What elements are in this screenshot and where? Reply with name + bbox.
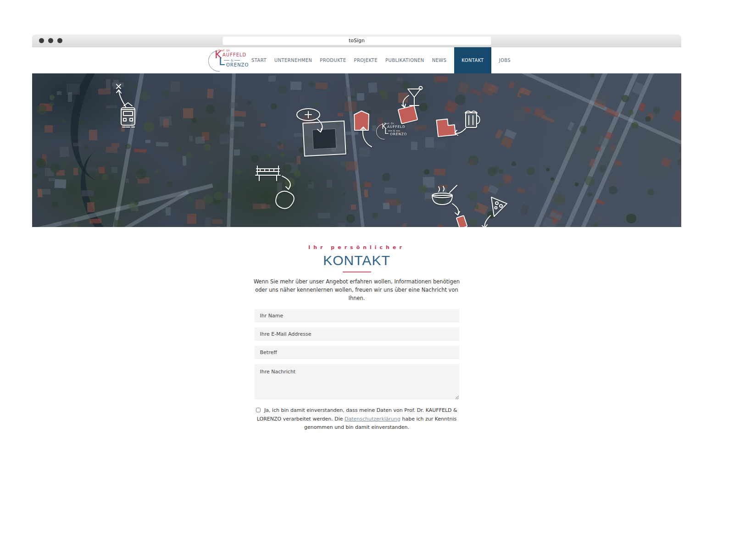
intro-text: Wenn Sie mehr über unser Angebot erfahre… — [247, 278, 467, 302]
logo-lorenzo: ORENZO — [226, 62, 249, 67]
name-input[interactable] — [255, 309, 459, 322]
page-title: KONTAKT — [32, 253, 681, 268]
nav-item-start[interactable]: START — [251, 58, 267, 63]
company-logo[interactable]: Prof. Dr. K AUFFELD & L ORENZO — [207, 49, 246, 72]
section-eyebrow: Ihr persönlicher — [32, 244, 681, 250]
window-close-button[interactable] — [39, 38, 44, 43]
beer-icon — [434, 109, 493, 155]
title-underline — [343, 272, 371, 272]
logo-kauffeld: AUFFELD — [222, 52, 246, 57]
subject-input[interactable] — [255, 346, 459, 359]
url-text: toSign — [349, 38, 365, 44]
window-controls — [39, 38, 62, 43]
message-textarea[interactable] — [255, 364, 459, 399]
site-header: Prof. Dr. K AUFFELD & L ORENZO START UNT… — [32, 47, 681, 73]
nav-item-news[interactable]: NEWS — [432, 58, 447, 63]
url-bar[interactable]: toSign — [222, 37, 491, 45]
window-minimize-button[interactable] — [48, 38, 53, 43]
consent-checkbox[interactable] — [256, 408, 261, 412]
nav-item-kontakt[interactable]: KONTAKT — [454, 47, 491, 73]
logo-letter-l: L — [219, 56, 225, 67]
tram-icon — [110, 80, 142, 128]
contact-form — [255, 309, 459, 399]
nav-item-produkte[interactable]: PRODUKTE — [320, 58, 346, 63]
email-input[interactable] — [255, 327, 459, 341]
window-maximize-button[interactable] — [57, 38, 62, 43]
tree-icon — [295, 106, 345, 145]
browser-window: toSign Prof. Dr. K AUFFELD & L ORENZO ST… — [32, 34, 681, 432]
logo-ampersand-row: & — [224, 59, 240, 62]
privacy-policy-link[interactable]: Datenschutzerklärung — [345, 416, 400, 422]
consent-text: Ja, ich bin damit einverstanden, dass me… — [253, 406, 461, 431]
pizza-icon — [461, 194, 521, 227]
bench-icon — [250, 161, 323, 216]
nav-item-publikationen[interactable]: PUBLIKATIONEN — [385, 58, 424, 63]
nav-item-jobs[interactable]: JOBS — [499, 58, 511, 63]
browser-chrome: toSign — [32, 34, 681, 47]
main-nav: START UNTERNEHMEN PRODUKTE PROJEKTE PUBL… — [251, 47, 511, 73]
nav-item-projekte[interactable]: PROJEKTE — [354, 58, 378, 63]
contact-section: Ihr persönlicher KONTAKT Wenn Sie mehr ü… — [32, 244, 681, 432]
nav-item-unternehmen[interactable]: UNTERNEHMEN — [274, 58, 312, 63]
hero-aerial-map: Prof. Dr. K AUFFELD & L ORENZO — [32, 73, 681, 227]
